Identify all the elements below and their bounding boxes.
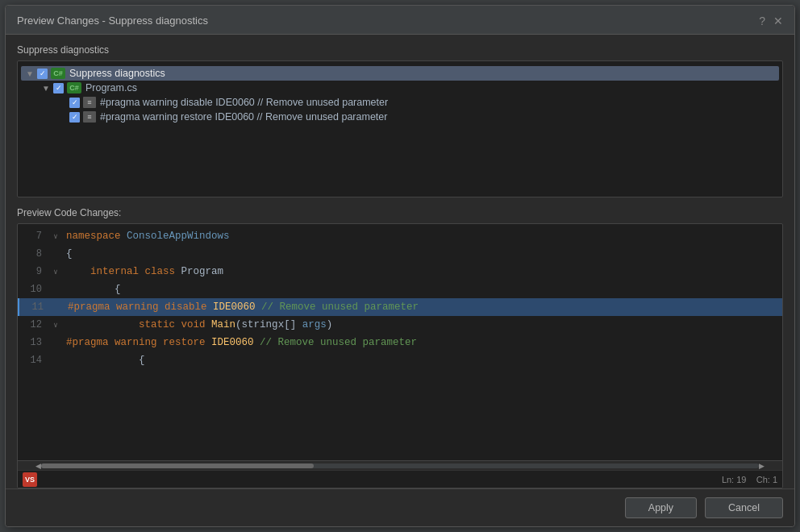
fold-icon[interactable]: ∨ xyxy=(48,268,63,276)
line-code: { xyxy=(63,284,782,295)
tree-row-file[interactable]: ▼ ✓ C# Program.cs xyxy=(37,81,779,95)
checkbox-pragma2[interactable]: ✓ xyxy=(69,112,80,123)
tree-text-pragma2: #pragma warning restore IDE0060 // Remov… xyxy=(100,111,387,123)
line-number: 7 xyxy=(18,231,48,242)
pragma-icon-1: ≡ xyxy=(83,97,96,108)
scroll-right-icon[interactable]: ▶ xyxy=(759,462,765,470)
title-bar-icons: ? ✕ xyxy=(759,15,783,27)
line-number: 9 xyxy=(18,266,48,277)
tree-row-pragma1[interactable]: ✓ ≡ #pragma warning disable IDE0060 // R… xyxy=(53,95,779,110)
help-icon[interactable]: ? xyxy=(759,15,765,27)
tree-panel[interactable]: ▼ ✓ C# Suppress diagnostics ▼ ✓ C# Progr… xyxy=(17,60,783,197)
line-code: namespace ConsoleAppWindows xyxy=(63,231,782,242)
code-panel: 7∨namespace ConsoleAppWindows8{9∨ intern… xyxy=(17,223,783,488)
code-content: 7∨namespace ConsoleAppWindows8{9∨ intern… xyxy=(18,224,782,460)
tree-arrow-root: ▼ xyxy=(24,69,35,78)
line-number: 14 xyxy=(18,355,48,366)
pragma-icon-2: ≡ xyxy=(83,111,96,123)
tree-row-root[interactable]: ▼ ✓ C# Suppress diagnostics xyxy=(21,66,779,81)
status-ch: Ch: 1 xyxy=(756,475,777,484)
scroll-left-icon[interactable]: ◀ xyxy=(35,462,41,470)
line-number: 11 xyxy=(19,301,50,313)
checkbox-pragma1[interactable]: ✓ xyxy=(69,98,80,108)
code-line: 7∨namespace ConsoleAppWindows xyxy=(18,227,782,245)
lang-badge-file: C# xyxy=(67,82,81,94)
horizontal-scrollbar[interactable]: ◀ ▶ xyxy=(18,460,782,470)
code-line: 13#pragma warning restore IDE0060 // Rem… xyxy=(18,334,782,351)
checkbox-root[interactable]: ✓ xyxy=(37,69,48,79)
tree-arrow-file: ▼ xyxy=(40,84,52,93)
status-position: Ln: 19 Ch: 1 xyxy=(722,475,777,484)
dialog: Preview Changes - Suppress diagnostics ?… xyxy=(5,5,795,527)
tree-text-root: Suppress diagnostics xyxy=(69,68,165,79)
suppress-section-label: Suppress diagnostics xyxy=(17,44,783,56)
tree-text-pragma1: #pragma warning disable IDE0060 // Remov… xyxy=(100,97,388,108)
line-number: 12 xyxy=(18,319,48,330)
code-line: 10 { xyxy=(18,281,782,298)
dialog-body: Suppress diagnostics ▼ ✓ C# Suppress dia… xyxy=(6,35,794,488)
line-code: { xyxy=(63,355,782,366)
line-number: 13 xyxy=(18,337,48,348)
tree-text-file: Program.cs xyxy=(85,82,137,94)
fold-icon[interactable]: ∨ xyxy=(48,321,63,330)
line-code: static void Main(stringx[] args) xyxy=(63,319,782,330)
scrollbar-thumb[interactable] xyxy=(41,463,314,468)
preview-section-label: Preview Code Changes: xyxy=(17,207,783,218)
line-number: 8 xyxy=(18,248,48,260)
line-code: { xyxy=(63,248,782,260)
scrollbar-track[interactable] xyxy=(41,463,759,468)
status-ln: Ln: 19 xyxy=(722,475,747,484)
line-number: 10 xyxy=(18,284,48,295)
line-code: #pragma warning restore IDE0060 // Remov… xyxy=(63,337,782,348)
code-line: 9∨ internal class Program xyxy=(18,263,782,281)
title-bar: Preview Changes - Suppress diagnostics ?… xyxy=(6,6,794,35)
checkbox-file[interactable]: ✓ xyxy=(53,83,64,94)
line-code: internal class Program xyxy=(63,266,782,277)
status-logo: VS xyxy=(23,472,37,487)
lang-badge-root: C# xyxy=(51,68,65,79)
cancel-button[interactable]: Cancel xyxy=(705,497,783,518)
dialog-footer: Apply Cancel xyxy=(6,488,794,526)
code-line: 11#pragma warning disable IDE0060 // Rem… xyxy=(18,298,782,316)
code-line: 8{ xyxy=(18,245,782,263)
apply-button[interactable]: Apply xyxy=(625,497,697,518)
close-icon[interactable]: ✕ xyxy=(773,15,783,27)
code-line: 12∨ static void Main(stringx[] args) xyxy=(18,316,782,334)
code-line: 14 { xyxy=(18,351,782,369)
fold-icon[interactable]: ∨ xyxy=(48,232,63,241)
tree-row-pragma2[interactable]: ✓ ≡ #pragma warning restore IDE0060 // R… xyxy=(53,110,779,124)
dialog-title: Preview Changes - Suppress diagnostics xyxy=(17,15,208,27)
line-code: #pragma warning disable IDE0060 // Remov… xyxy=(65,301,782,313)
status-bar: VS Ln: 19 Ch: 1 xyxy=(18,470,782,488)
